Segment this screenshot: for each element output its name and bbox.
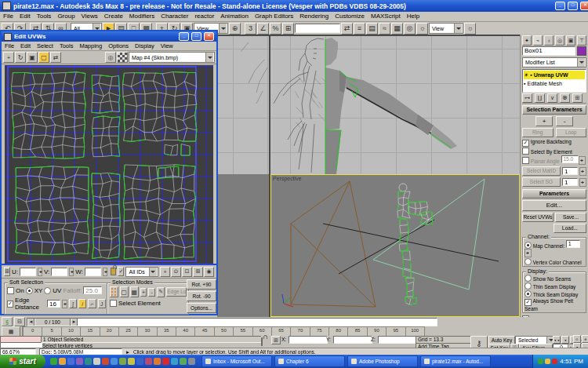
zoom-icon[interactable]: ⊙ (573, 335, 581, 343)
uv-maximize-button[interactable]: □ (191, 32, 201, 41)
named-selection-field[interactable] (295, 24, 340, 33)
select-sg-button[interactable]: Select SG (522, 177, 561, 187)
show-end-result-icon[interactable]: ∐ (535, 93, 545, 103)
quicklaunch-icon[interactable] (119, 358, 126, 365)
face-mode-icon[interactable]: ▦ (130, 286, 139, 297)
quicklaunch-icon[interactable] (128, 358, 135, 365)
planar-angle-checkbox[interactable] (522, 157, 529, 164)
y-field[interactable] (333, 336, 372, 344)
menu-views[interactable]: Views (78, 12, 101, 21)
edge-distance-field[interactable]: 16 (47, 300, 60, 308)
time-slider-track[interactable]: ◄ 0 / 100 ► (27, 318, 437, 326)
uv-menu-select[interactable]: Select (34, 42, 56, 50)
contract-selection-button[interactable]: - (556, 116, 573, 126)
front-viewport[interactable] (270, 36, 520, 174)
map-channel-radio[interactable] (524, 242, 532, 249)
uv-zoom-icon[interactable]: ⊙ (171, 267, 181, 277)
dropdown-arrow-icon[interactable] (205, 53, 213, 62)
track-view-icon[interactable]: ⊟ (14, 317, 25, 326)
select-by-element-checkbox[interactable] (522, 148, 529, 155)
stack-item-unwrap[interactable]: ☀▪ Unwrap UVW (524, 71, 585, 79)
menu-rendering[interactable]: Rendering (296, 12, 332, 21)
next-key-arrow-icon[interactable]: ► (71, 318, 78, 326)
material-editor-icon[interactable]: ◎ (404, 23, 416, 35)
quicklaunch-icon[interactable] (102, 358, 109, 365)
tab-display-icon[interactable]: ▣ (566, 35, 575, 46)
quicklaunch-icon[interactable] (188, 358, 195, 365)
edge-distance-checkbox[interactable]: ✓ (7, 301, 13, 308)
matid-filter-dropdown[interactable]: All IDs (125, 267, 158, 277)
tab-hierarchy-icon[interactable]: ♁ (544, 35, 554, 46)
absolute-mode-icon[interactable]: ⊞ (271, 336, 281, 344)
update-map-icon[interactable]: ◎ (105, 52, 116, 63)
left-bottom-viewport-strip[interactable] (217, 174, 269, 317)
configure-sets-icon[interactable]: ⊞ (572, 93, 583, 103)
w-spinner[interactable] (103, 268, 107, 276)
menu-character[interactable]: Character (158, 12, 191, 21)
loop-button[interactable]: Loop (556, 128, 587, 137)
soft-on-checkbox[interactable] (7, 287, 14, 294)
quicklaunch-icon[interactable] (67, 358, 74, 365)
layer-manager-icon[interactable]: ▤ (366, 23, 378, 35)
dropdown-arrow-icon[interactable] (149, 268, 157, 276)
uv-menu-view[interactable]: View (158, 42, 176, 50)
falloff-linear-icon[interactable]: / (78, 299, 86, 308)
use-pivot-center-icon[interactable]: ⊕ (229, 23, 241, 35)
planar-angle-spinner[interactable] (579, 156, 586, 165)
falloff-slow-icon[interactable]: ⌐ (88, 299, 96, 308)
sg-spinner[interactable] (579, 178, 586, 187)
tray-icon[interactable] (545, 359, 550, 364)
menu-create[interactable]: Create (101, 12, 126, 21)
menu-edit[interactable]: Edit (16, 12, 34, 21)
quicklaunch-icon[interactable] (59, 358, 66, 365)
quicklaunch-icon[interactable] (162, 358, 169, 365)
select-matid-button[interactable]: Select MatID (522, 166, 561, 176)
align-icon[interactable]: ≡ (354, 23, 365, 35)
thick-seam-radio[interactable] (524, 290, 532, 297)
curve-editor-icon[interactable]: ≈ (379, 23, 390, 35)
w-field[interactable] (85, 268, 101, 276)
edge-mode-icon[interactable]: ▢ (120, 286, 129, 297)
dropdown-arrow-icon[interactable] (219, 24, 227, 33)
left-viewport-strip[interactable] (217, 36, 269, 174)
quicklaunch-icon[interactable] (50, 358, 57, 365)
tray-icon[interactable] (552, 359, 557, 364)
close-button[interactable]: ✕ (580, 2, 588, 10)
uv-mirror-icon[interactable]: ⇄ (50, 52, 61, 63)
taskbar-button-inbox-microsoft-out-[interactable]: Inbox - Microsoft Out... (201, 355, 272, 367)
ignore-backfacing-checkbox[interactable]: ✓ (522, 140, 529, 147)
dropdown-arrow-icon[interactable] (577, 58, 585, 67)
menu-graph-editors[interactable]: Graph Editors (252, 12, 296, 21)
falloff-smooth-icon[interactable]: ʃ (69, 299, 77, 308)
u-field[interactable] (20, 268, 36, 276)
schematic-view-icon[interactable]: ▦ (391, 23, 403, 35)
quicklaunch-icon[interactable] (93, 358, 100, 365)
map-channel-spinner[interactable] (524, 249, 532, 257)
uv-menu-tools[interactable]: Tools (56, 42, 77, 50)
uv-freeform-icon[interactable]: ▢ (38, 52, 49, 63)
save-button[interactable]: Save... (555, 213, 586, 222)
object-name-field[interactable]: Box01 (522, 46, 575, 56)
stack-item-mesh[interactable]: ▪ Editable Mesh (524, 79, 585, 88)
menu-maxscript[interactable]: MAXScript (368, 12, 404, 21)
quicklaunch-icon[interactable] (154, 358, 161, 365)
perspective-viewport[interactable]: Perspective (270, 174, 520, 317)
v-spinner[interactable] (69, 268, 74, 276)
absolute-coords-icon[interactable]: ⊞ (4, 267, 10, 276)
selection-lock-icon[interactable] (261, 337, 263, 346)
map-channel-field[interactable]: 1 (566, 240, 580, 248)
vertex-mode-icon[interactable] (110, 286, 118, 297)
prevent-reflattening-checkbox[interactable] (522, 315, 529, 317)
quicklaunch-icon[interactable] (76, 358, 83, 365)
edge-loop-button[interactable]: Edge Loop (166, 287, 187, 297)
menu-modifiers[interactable]: Modifiers (126, 12, 158, 21)
zoom-all-icon[interactable]: ⊕ (582, 335, 588, 343)
dropdown-arrow-icon[interactable] (454, 24, 462, 33)
menu-group[interactable]: Group (54, 12, 78, 21)
prev-frame-icon[interactable]: ◄ (561, 336, 569, 344)
menu-file[interactable]: File (0, 12, 16, 21)
uv-zoom-region-icon[interactable]: ⊡ (182, 267, 192, 277)
thin-seam-radio[interactable] (524, 282, 532, 290)
render-view-dropdown[interactable]: View (429, 23, 463, 34)
snap-toggle-icon[interactable]: 3 (245, 23, 256, 35)
